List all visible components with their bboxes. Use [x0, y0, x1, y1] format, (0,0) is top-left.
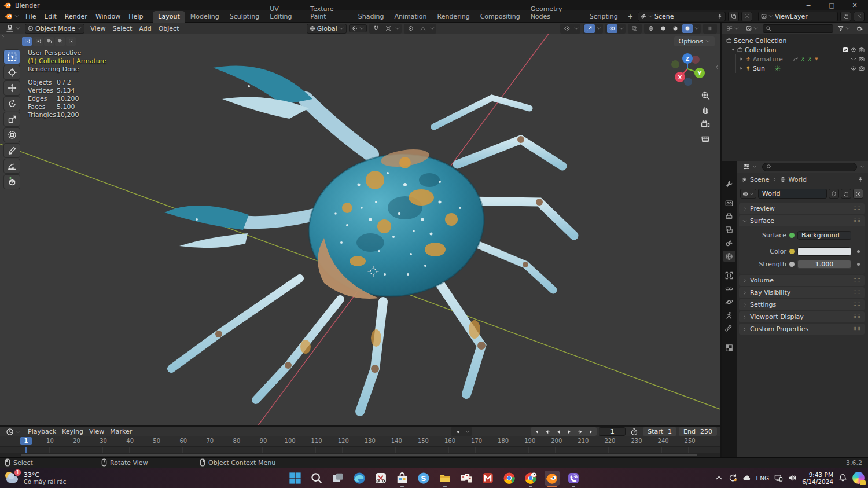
weather-widget[interactable]: 1 33°C Có mây rải rác — [5, 471, 66, 486]
proportional-toggle[interactable] — [406, 24, 416, 33]
eye-closed-icon[interactable] — [851, 56, 856, 62]
outliner-search-input[interactable] — [774, 25, 830, 32]
tray-overflow-icon[interactable] — [715, 474, 723, 482]
jump-to-end-button[interactable] — [586, 427, 597, 436]
copy-datablock-button[interactable] — [841, 189, 851, 199]
viewport-menu[interactable]: View — [87, 24, 109, 33]
select-mode-intersect[interactable] — [66, 37, 76, 46]
workspace-tab[interactable]: Scripting — [584, 11, 623, 23]
taskbar-app[interactable] — [523, 471, 538, 486]
cast-icon[interactable] — [774, 474, 783, 482]
breadcrumb-world[interactable]: World — [789, 176, 807, 184]
menu-item[interactable]: File — [21, 12, 40, 21]
properties-tab-11[interactable] — [723, 342, 735, 353]
gizmos-toggle[interactable] — [584, 24, 595, 33]
tool-1[interactable] — [3, 65, 20, 80]
play-button[interactable] — [564, 427, 575, 436]
select-mode-set[interactable] — [22, 37, 32, 46]
auto-keying-toggle[interactable] — [453, 427, 464, 436]
taskbar-app[interactable] — [566, 471, 581, 486]
timeline-menu[interactable]: Marker — [107, 427, 135, 436]
unlink-button[interactable] — [853, 189, 863, 199]
onedrive-icon[interactable] — [742, 474, 751, 482]
workspace-tab[interactable]: Rendering — [432, 11, 475, 23]
taskbar-app[interactable] — [330, 471, 345, 486]
panel-preview[interactable]: Preview ⠿⠿ — [739, 203, 865, 214]
options-button[interactable]: Options — [674, 36, 715, 46]
breadcrumb-scene[interactable]: Scene — [750, 176, 770, 184]
taskbar-app[interactable] — [459, 471, 474, 486]
color-swatch[interactable] — [797, 247, 851, 256]
viewport-menu[interactable]: Add — [135, 24, 155, 33]
timeline-editor-type-button[interactable] — [3, 427, 23, 436]
new-viewlayer-button[interactable] — [840, 12, 851, 21]
drag-dots-icon[interactable]: ⠿⠿ — [853, 302, 861, 307]
timeline-menu[interactable]: Playback — [25, 427, 59, 436]
outliner-row-sun[interactable]: Sun — [723, 64, 867, 73]
drag-dots-icon[interactable]: ⠿⠿ — [853, 206, 861, 211]
properties-search[interactable] — [762, 163, 857, 171]
chevron-down-icon[interactable] — [860, 164, 865, 169]
pin-icon[interactable] — [858, 177, 863, 182]
editor-type-button[interactable] — [3, 24, 23, 33]
copilot-icon[interactable] — [852, 472, 865, 484]
outliner-display-mode-button[interactable] — [744, 25, 760, 32]
scene-selector[interactable]: Scene — [638, 12, 726, 21]
workspace-tab[interactable]: Sculpting — [225, 11, 264, 23]
ortho-grid-icon[interactable] — [701, 134, 710, 144]
menu-item[interactable]: Edit — [40, 12, 60, 21]
drag-dots-icon[interactable]: ⠿⠿ — [853, 278, 861, 283]
collapsed-panel[interactable]: Settings⠿⠿ — [739, 299, 865, 310]
clock-widget[interactable]: 9:43 PM 6/14/2024 — [802, 471, 833, 485]
taskbar-app[interactable] — [352, 471, 367, 486]
outliner-type-button[interactable] — [724, 25, 741, 32]
taskbar-app[interactable] — [309, 471, 324, 486]
xray-toggle[interactable] — [630, 24, 640, 33]
properties-tab-9[interactable] — [723, 310, 735, 321]
outliner-filter-button[interactable] — [836, 25, 852, 32]
falloff-button[interactable] — [418, 24, 428, 33]
workspace-tab[interactable]: Modeling — [185, 11, 225, 23]
expand-icon[interactable] — [739, 66, 744, 71]
mode-dropdown[interactable]: Object Mode — [25, 24, 84, 34]
camera-view-icon[interactable] — [701, 120, 710, 129]
minimize-button[interactable]: ─ — [799, 0, 818, 10]
properties-tab-10[interactable] — [723, 323, 735, 334]
viewport-3d[interactable]: Options User Perspective (1) Collection … — [0, 34, 720, 425]
animate-decorator[interactable] — [854, 250, 862, 253]
shading-material-button[interactable] — [670, 24, 681, 33]
navigation-gizmo[interactable]: Z Y X — [668, 52, 707, 90]
blender-menu-button[interactable] — [2, 12, 21, 21]
next-keyframe-button[interactable] — [575, 427, 586, 436]
outliner-row-collection[interactable]: Collection — [723, 45, 867, 54]
taskbar-app[interactable] — [373, 471, 388, 486]
workspace-tab[interactable]: Layout — [153, 11, 185, 23]
tool-5[interactable] — [3, 127, 20, 142]
properties-tab-1[interactable] — [723, 197, 735, 208]
notifications-bell-icon[interactable] — [838, 474, 847, 482]
camera-restrict-icon[interactable] — [859, 65, 865, 71]
tool-3[interactable] — [3, 96, 20, 111]
workspace-tab[interactable]: Texture Paint — [305, 3, 352, 23]
properties-tab-4[interactable] — [723, 237, 735, 248]
taskbar-app[interactable] — [288, 471, 303, 486]
viewlayer-selector[interactable]: ViewLayer — [758, 12, 838, 21]
camera-restrict-icon[interactable] — [859, 47, 865, 53]
strength-socket[interactable] — [789, 262, 795, 267]
drag-dots-icon[interactable]: ⠿⠿ — [853, 314, 861, 320]
add-workspace-button[interactable]: + — [623, 12, 638, 21]
shader-socket[interactable] — [789, 233, 795, 238]
surface-shader-dropdown[interactable]: Background — [797, 231, 851, 240]
current-frame-field[interactable]: 1 — [599, 427, 626, 436]
playhead[interactable]: 1 — [20, 437, 32, 445]
start-frame-field[interactable]: Start 1 — [643, 427, 676, 436]
menu-item[interactable]: Render — [61, 12, 91, 21]
snap-target-button[interactable] — [383, 24, 393, 33]
select-mode-invert[interactable] — [55, 37, 65, 46]
properties-tab-6[interactable] — [723, 270, 735, 281]
prev-keyframe-button[interactable] — [542, 427, 553, 436]
orientation-dropdown[interactable]: Global — [307, 24, 347, 34]
end-frame-field[interactable]: End 250 — [679, 427, 717, 436]
collapsed-panel[interactable]: Viewport Display⠿⠿ — [739, 311, 865, 322]
drag-dots-icon[interactable]: ⠿⠿ — [853, 290, 861, 295]
